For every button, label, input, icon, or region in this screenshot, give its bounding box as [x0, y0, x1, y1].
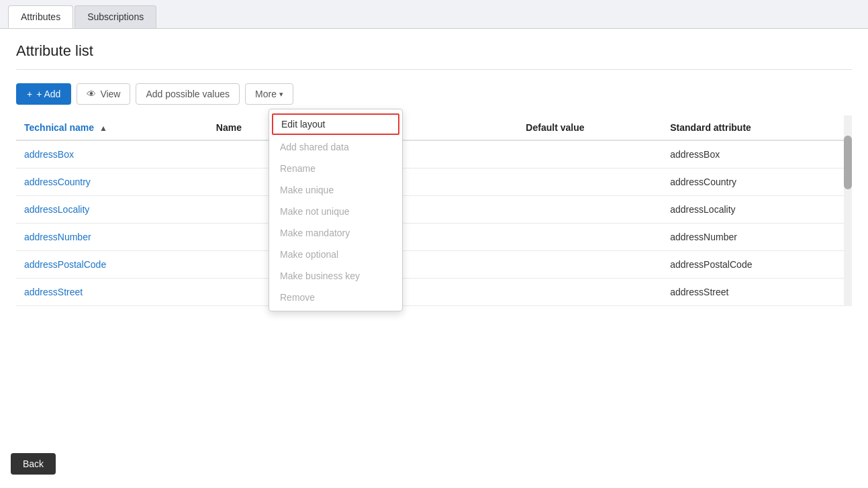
cell-technical-name: addressNumber [16, 224, 208, 251]
cell-standard-attribute: addressPostalCode [662, 251, 852, 279]
sort-icon: ▲ [99, 124, 107, 133]
cell-standard-attribute: addressLocality [662, 196, 852, 224]
toolbar: + + Add 👁 View Add possible values More … [16, 83, 852, 105]
cell-technical-name: addressPostalCode [16, 251, 208, 279]
dropdown-item-edit-layout[interactable]: Edit layout [272, 113, 399, 135]
dropdown-item-make-not-unique[interactable]: Make not unique [269, 201, 402, 222]
dropdown-item-make-optional[interactable]: Make optional [269, 244, 402, 265]
table-row[interactable]: addressNumberLarge text (The text ha...a… [16, 224, 852, 251]
table-row[interactable]: addressBoxLarge text (The text ha...addr… [16, 140, 852, 168]
cell-technical-name: addressBox [16, 140, 208, 168]
dropdown-item-make-mandatory[interactable]: Make mandatory [269, 222, 402, 244]
dropdown-item-make-business-key[interactable]: Make business key [269, 265, 402, 287]
cell-technical-name: addressCountry [16, 168, 208, 196]
cell-default-value [518, 224, 662, 251]
plus-icon: + [27, 89, 32, 99]
table-row[interactable]: addressStreetLarge text (The text ha...a… [16, 279, 852, 306]
more-button[interactable]: More ▾ [245, 83, 293, 105]
dropdown-item-add-shared-data[interactable]: Add shared data [269, 136, 402, 158]
cell-standard-attribute: addressCountry [662, 168, 852, 196]
column-header-technical-name[interactable]: Technical name ▲ [16, 115, 208, 140]
back-button[interactable]: Back [11, 453, 56, 475]
dropdown-item-rename[interactable]: Rename [269, 158, 402, 179]
scrollbar-track[interactable] [844, 115, 852, 306]
table-row[interactable]: addressLocalityLarge text (The text ha..… [16, 196, 852, 224]
cell-default-value [518, 168, 662, 196]
table-header-row: Technical name ▲ Name Value description … [16, 115, 852, 140]
cell-technical-name: addressLocality [16, 196, 208, 224]
tab-attributes[interactable]: Attributes [8, 5, 73, 28]
cell-standard-attribute: addressStreet [662, 279, 852, 306]
tab-subscriptions[interactable]: Subscriptions [75, 5, 156, 28]
page-container: Attributes Subscriptions Attribute list … [0, 0, 868, 488]
more-dropdown-menu: Edit layout Add shared data Rename Make … [269, 109, 403, 311]
dropdown-item-make-unique[interactable]: Make unique [269, 179, 402, 201]
attribute-table-container: Technical name ▲ Name Value description … [16, 115, 852, 306]
column-header-standard-attribute: Standard attribute [662, 115, 852, 140]
add-possible-values-button[interactable]: Add possible values [136, 83, 240, 105]
eye-icon: 👁 [87, 89, 96, 99]
more-caret-icon: ▾ [279, 90, 283, 99]
dropdown-item-remove[interactable]: Remove [269, 287, 402, 308]
scrollbar-thumb[interactable] [844, 136, 852, 189]
page-title: Attribute list [16, 42, 852, 70]
column-header-default-value: Default value [518, 115, 662, 140]
cell-standard-attribute: addressBox [662, 140, 852, 168]
cell-default-value [518, 279, 662, 306]
table-row[interactable]: addressCountry...ntryaddressCountry [16, 168, 852, 196]
content-area: Attribute list + + Add 👁 View Add possib… [0, 28, 868, 488]
tabs-bar: Attributes Subscriptions [0, 0, 868, 28]
cell-default-value [518, 196, 662, 224]
table-row[interactable]: addressPostalCodeLarge text (The text ha… [16, 251, 852, 279]
attribute-table: Technical name ▲ Name Value description … [16, 115, 852, 306]
cell-technical-name: addressStreet [16, 279, 208, 306]
cell-default-value [518, 140, 662, 168]
view-button[interactable]: 👁 View [77, 83, 130, 105]
cell-standard-attribute: addressNumber [662, 224, 852, 251]
cell-default-value [518, 251, 662, 279]
add-button[interactable]: + + Add [16, 83, 71, 105]
